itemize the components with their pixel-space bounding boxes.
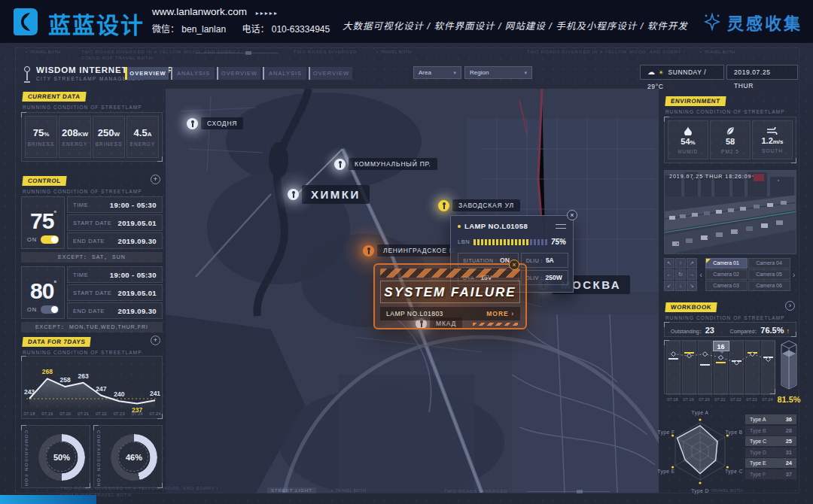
tab-overview-2[interactable]: OVERVIEW bbox=[217, 67, 260, 80]
legend-row: Type A36 bbox=[745, 414, 796, 424]
power-toggle[interactable] bbox=[41, 235, 59, 244]
metric-tile-briness: 75% BRINESS bbox=[25, 116, 57, 158]
wind-tile: 1.2m/s SOUTH bbox=[752, 120, 793, 159]
app-root: 蓝蓝设计 www.lanlanwork.com ▸▸▸▸▸ 微信： ben_la… bbox=[0, 0, 813, 504]
lamp-pin-icon bbox=[288, 189, 299, 200]
camera-05-button[interactable]: Camera 05 bbox=[748, 269, 790, 280]
weather-widget: ☁☀SUNNDAY / 29°C bbox=[640, 65, 724, 80]
tab-analysis-2[interactable]: ANALYSIS bbox=[263, 67, 306, 80]
camera-06-button[interactable]: Camera 06 bbox=[748, 281, 790, 291]
gauge-value: 46% bbox=[111, 453, 157, 462]
pan-right-button[interactable]: → bbox=[687, 269, 697, 280]
schedule-row-time: TIME19:00 - 05:30 bbox=[67, 196, 163, 213]
legend-row: Type F37 bbox=[745, 469, 796, 479]
sun-icon: ☀ bbox=[659, 69, 665, 76]
date-display: 2019.07.25 THUR bbox=[726, 65, 798, 80]
collect-badge[interactable]: 灵感收集 bbox=[703, 10, 802, 34]
control-group-2: 80° ON TIME19:00 - 05:30 START DATE2019.… bbox=[21, 266, 163, 319]
caret-icon: ▾ bbox=[524, 67, 527, 78]
services-text: 大数据可视化设计 / 软件界面设计 / 网站建设 / 手机及小程序设计 / 软件… bbox=[343, 18, 696, 32]
camera-dpad: ↖ ↑ ↗ ← ↻ → ↙ ↓ ↘ bbox=[664, 258, 697, 291]
except-note-1: EXCEPT： SAT， SUN bbox=[21, 252, 163, 263]
camera-feed[interactable]: 2019.07.25 THUR 18:26:09 bbox=[664, 170, 796, 254]
alert-lamp-id: LAMP NO.L01803 bbox=[386, 310, 443, 317]
city-map[interactable]: СХОДНЯ КОММУНАЛЬНЫЙ ПР. ХИМКИ ЗАВОДСКАЯ … bbox=[166, 89, 659, 493]
arrows-icon: ▸▸▸▸▸ bbox=[256, 10, 279, 17]
pan-downleft-button[interactable]: ↙ bbox=[664, 281, 674, 291]
decor-checkbox: TRAVEL BOTH bbox=[376, 50, 411, 54]
refresh-button[interactable]: ↻ bbox=[675, 269, 686, 280]
camera-01-button[interactable]: Camera 01 bbox=[705, 258, 748, 269]
map-label-zavodskaya[interactable]: ЗАВОДСКАЯ УЛ bbox=[438, 199, 520, 211]
data7-subtitle: RUNNING CONDITION OF STREETLAMP bbox=[23, 350, 142, 355]
tab-overview-1[interactable]: OVERVIEW bbox=[125, 67, 169, 80]
camera-controls: ↖ ↑ ↗ ← ↻ → ↙ ↓ ↘ ‹ Camera 01 Camera 04 … bbox=[664, 257, 796, 292]
map-label-khimki[interactable]: ХИМКИ bbox=[288, 185, 370, 204]
control-group-1: 75° ON TIME19:00 - 05:30 START DATE2019.… bbox=[21, 196, 163, 249]
pan-upleft-button[interactable]: ↖ bbox=[664, 258, 674, 269]
lamp-pin-icon bbox=[187, 118, 198, 129]
tab-analysis-1[interactable]: ANALYSIS bbox=[171, 67, 215, 80]
more-button[interactable]: MORE › bbox=[486, 310, 514, 317]
schedule-row-time: TIME19:00 - 05:30 bbox=[67, 266, 163, 283]
map-label-kommunalny[interactable]: КОММУНАЛЬНЫЙ ПР. bbox=[334, 158, 437, 170]
decor-slider bbox=[196, 53, 279, 53]
environment-subtitle: RUNNING CONDITION OF STREETLAMP bbox=[665, 109, 785, 114]
radar-chart: Type AType BType CType DType EType F bbox=[656, 411, 744, 495]
legend-row: Type B28 bbox=[745, 426, 796, 436]
wind-icon bbox=[767, 127, 778, 135]
except-note-2: EXCEPT： MON,TUE,WED,THUR,FRI bbox=[21, 322, 163, 332]
camera-04-button[interactable]: Camera 04 bbox=[748, 258, 790, 269]
contact-block: www.lanlanwork.com ▸▸▸▸▸ 微信： ben_lanlan … bbox=[152, 6, 343, 35]
site-url[interactable]: www.lanlanwork.com bbox=[152, 6, 247, 17]
workbook-tag: WORKBOOK bbox=[665, 302, 717, 312]
pan-upright-button[interactable]: ↗ bbox=[687, 258, 697, 269]
popup-title: LAMP NO.L01058 bbox=[464, 222, 552, 230]
camera-02-button[interactable]: Camera 02 bbox=[705, 269, 748, 280]
control-subtitle: RUNNING CONDITION OF STREETLAMP bbox=[23, 189, 142, 194]
close-icon[interactable]: × bbox=[567, 210, 577, 220]
tab-overview-3[interactable]: OVERVIEW bbox=[309, 67, 352, 80]
region-select[interactable]: Region▾ bbox=[464, 66, 532, 79]
brightness-bar[interactable] bbox=[473, 239, 547, 245]
schedule-row-start: START DATE2019.05.01 bbox=[67, 214, 163, 231]
environment-tag: ENVIRONMENT bbox=[665, 96, 726, 106]
gauge-value: 50% bbox=[38, 453, 85, 462]
pan-left-button[interactable]: ← bbox=[664, 269, 674, 280]
decor-slider bbox=[527, 491, 610, 492]
brand-banner: 蓝蓝设计 www.lanlanwork.com ▸▸▸▸▸ 微信： ben_la… bbox=[0, 0, 813, 43]
add-schedule-button[interactable]: + bbox=[151, 175, 160, 184]
decor-note: TWO ROADS DIVERGED IN A YELLOW WOOD, AND… bbox=[81, 50, 239, 54]
pan-downright-button[interactable]: ↘ bbox=[687, 281, 697, 291]
legend-row: Type D31 bbox=[745, 448, 796, 457]
expand-chart-button[interactable]: + bbox=[151, 335, 160, 345]
legend-row: Type C25 bbox=[745, 436, 796, 446]
level-display: 80° ON bbox=[21, 266, 65, 319]
area-select[interactable]: Area▾ bbox=[413, 66, 461, 79]
tank-gauge bbox=[780, 339, 798, 393]
prev-cameras-button[interactable]: ‹ bbox=[699, 271, 704, 279]
comparison-gauge-1: COMPARISON FOR 50% bbox=[21, 425, 90, 488]
hazard-stripes-small bbox=[473, 323, 518, 326]
sparkle-icon bbox=[703, 13, 721, 31]
lamp-pin-icon bbox=[438, 200, 449, 211]
traffic-scene bbox=[665, 171, 796, 254]
alert-title: SYSTEM FAILURE bbox=[380, 281, 520, 303]
sliders-icon[interactable] bbox=[556, 223, 566, 230]
pan-up-button[interactable]: ↑ bbox=[675, 258, 686, 269]
humidity-tile: 54% HUMID bbox=[668, 120, 708, 159]
next-cameras-button[interactable]: › bbox=[792, 271, 797, 279]
power-toggle[interactable] bbox=[41, 305, 59, 314]
schedule-row-end: END DATE2019.09.30 bbox=[67, 232, 163, 249]
camera-03-button[interactable]: Camera 03 bbox=[705, 281, 748, 291]
workbook-more-button[interactable]: › bbox=[785, 301, 795, 311]
pan-down-button[interactable]: ↓ bbox=[675, 281, 686, 291]
map-label-skhodnya[interactable]: СХОДНЯ bbox=[187, 117, 243, 129]
logo-text: 蓝蓝设计 bbox=[48, 7, 145, 40]
decor-checkbox: TRAVEL BOTH bbox=[26, 50, 60, 54]
decor-note: TWO ROADS DIVERGED IN A YELLOW WOOD, AND… bbox=[527, 50, 685, 54]
map-label-leningradskoe[interactable]: ЛЕНИНГРАДСКОЕ Ш bbox=[363, 244, 461, 257]
data7-chart: 243268258263247240237241 07.1807.1907.20… bbox=[21, 356, 163, 419]
up-arrow-icon: ↑ bbox=[787, 327, 790, 335]
close-icon[interactable]: × bbox=[509, 260, 519, 270]
